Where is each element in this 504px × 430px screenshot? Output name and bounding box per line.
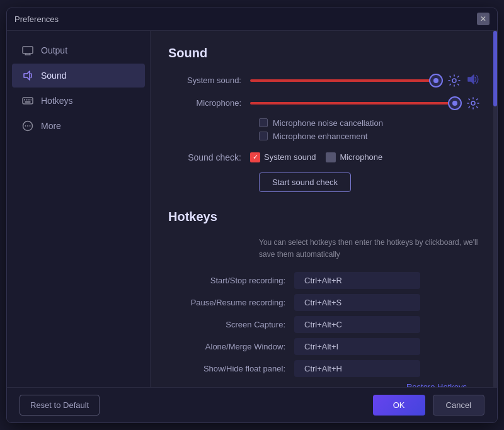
output-label: Output bbox=[41, 45, 67, 55]
more-icon bbox=[22, 120, 33, 132]
svg-rect-0 bbox=[23, 47, 33, 54]
svg-marker-12 bbox=[468, 75, 474, 84]
microphone-track[interactable] bbox=[250, 102, 461, 105]
close-button[interactable]: ✕ bbox=[477, 13, 490, 25]
checkboxes-group: Microphone noise cancellation Microphone… bbox=[259, 118, 479, 141]
enhancement-row: Microphone enhancement bbox=[259, 132, 479, 141]
sound-label: Sound bbox=[41, 71, 66, 81]
sound-section-title: Sound bbox=[168, 46, 479, 60]
hotkey-label-1: Pause/Resume recording: bbox=[168, 298, 294, 307]
sound-check-row: Sound check: System sound Microphone bbox=[168, 152, 479, 162]
svg-marker-1 bbox=[24, 71, 30, 80]
system-sound-track[interactable] bbox=[250, 79, 442, 82]
system-sound-check-label: System sound bbox=[264, 152, 316, 162]
reset-to-default-button[interactable]: Reset to Default bbox=[20, 395, 100, 416]
svg-rect-7 bbox=[25, 101, 31, 103]
footer-right: OK Cancel bbox=[373, 395, 484, 416]
microphone-check-option[interactable]: Microphone bbox=[326, 152, 382, 162]
system-sound-thumb[interactable] bbox=[429, 74, 443, 88]
hotkey-row-2: Screen Capture: Ctrl+Alt+C bbox=[168, 316, 479, 333]
system-sound-gear-icon[interactable] bbox=[448, 74, 461, 87]
ok-button[interactable]: OK bbox=[373, 395, 425, 416]
hotkey-row-3: Alone/Merge Window: Ctrl+Alt+I bbox=[168, 338, 479, 355]
microphone-gear-icon[interactable] bbox=[467, 97, 479, 110]
svg-rect-2 bbox=[23, 98, 33, 104]
sound-check-label: Sound check: bbox=[168, 152, 250, 162]
dialog-title: Preferences bbox=[14, 14, 59, 24]
hotkey-label-4: Show/Hide float panel: bbox=[168, 364, 294, 373]
hotkeys-section: Hotkeys You can select hotkeys then ente… bbox=[168, 210, 479, 387]
sidebar-item-output[interactable]: Output bbox=[12, 38, 145, 62]
system-sound-check-option[interactable]: System sound bbox=[250, 152, 316, 162]
hotkeys-label: Hotkeys bbox=[41, 96, 73, 106]
hotkey-row-1: Pause/Resume recording: Ctrl+Alt+S bbox=[168, 294, 479, 311]
microphone-check-label: Microphone bbox=[340, 152, 382, 162]
hotkey-row-0: Start/Stop recording: Ctrl+Alt+R bbox=[168, 272, 479, 289]
hotkey-label-0: Start/Stop recording: bbox=[168, 276, 294, 285]
svg-rect-3 bbox=[24, 99, 25, 100]
svg-point-10 bbox=[27, 125, 28, 127]
hotkey-value-0[interactable]: Ctrl+Alt+R bbox=[294, 272, 420, 289]
hotkey-value-1[interactable]: Ctrl+Alt+S bbox=[294, 294, 420, 311]
preferences-dialog: Preferences ✕ Output bbox=[6, 8, 498, 423]
footer: Reset to Default OK Cancel bbox=[7, 387, 497, 422]
hotkey-label-2: Screen Capture: bbox=[168, 320, 294, 329]
sidebar-item-more[interactable]: More bbox=[12, 114, 145, 138]
scrollbar-track bbox=[493, 31, 497, 387]
hotkey-row-4: Show/Hide float panel: Ctrl+Alt+H bbox=[168, 360, 479, 377]
start-sound-check-button[interactable]: Start sound check bbox=[259, 173, 351, 192]
more-label: More bbox=[41, 121, 61, 131]
system-sound-slider-container bbox=[250, 73, 479, 88]
cancel-button[interactable]: Cancel bbox=[433, 395, 484, 416]
system-sound-label: System sound: bbox=[168, 76, 250, 85]
enhancement-label: Microphone enhancement bbox=[273, 132, 367, 141]
noise-cancellation-checkbox[interactable] bbox=[259, 118, 268, 127]
noise-cancellation-row: Microphone noise cancellation bbox=[259, 118, 479, 128]
microphone-row: Microphone: bbox=[168, 97, 479, 110]
svg-point-11 bbox=[30, 125, 31, 127]
system-sound-row: System sound: bbox=[168, 73, 479, 88]
output-icon bbox=[22, 45, 33, 56]
restore-hotkeys-link[interactable]: Restore Hotkeys bbox=[168, 382, 479, 387]
microphone-label: Microphone: bbox=[168, 98, 250, 108]
hotkey-value-3[interactable]: Ctrl+Alt+I bbox=[294, 338, 420, 355]
hotkey-label-3: Alone/Merge Window: bbox=[168, 342, 294, 351]
svg-rect-6 bbox=[31, 99, 32, 100]
microphone-check-checkbox[interactable] bbox=[326, 152, 336, 162]
svg-rect-4 bbox=[26, 99, 28, 100]
sound-icon bbox=[22, 70, 33, 81]
noise-cancellation-label: Microphone noise cancellation bbox=[273, 118, 383, 128]
dialog-body: Output Sound bbox=[7, 31, 497, 387]
volume-icon bbox=[467, 73, 479, 88]
scrollbar-thumb[interactable] bbox=[493, 31, 497, 106]
microphone-thumb[interactable] bbox=[448, 96, 462, 110]
sidebar-item-sound[interactable]: Sound bbox=[12, 64, 145, 88]
system-sound-check-checkbox[interactable] bbox=[250, 152, 260, 162]
microphone-slider-container bbox=[250, 97, 479, 110]
hotkeys-icon bbox=[22, 95, 33, 106]
hotkey-value-4[interactable]: Ctrl+Alt+H bbox=[294, 360, 420, 377]
sidebar-item-hotkeys[interactable]: Hotkeys bbox=[12, 89, 145, 113]
svg-point-9 bbox=[25, 125, 26, 127]
enhancement-checkbox[interactable] bbox=[259, 132, 268, 140]
hotkeys-info: You can select hotkeys then enter the ho… bbox=[259, 237, 479, 261]
content-area: Sound System sound: bbox=[151, 31, 497, 387]
hotkey-value-2[interactable]: Ctrl+Alt+C bbox=[294, 316, 420, 333]
svg-rect-5 bbox=[28, 99, 30, 100]
sound-check-options: System sound Microphone bbox=[250, 152, 382, 162]
sidebar: Output Sound bbox=[7, 31, 151, 387]
title-bar: Preferences ✕ bbox=[7, 8, 497, 31]
hotkeys-section-title: Hotkeys bbox=[168, 210, 479, 224]
